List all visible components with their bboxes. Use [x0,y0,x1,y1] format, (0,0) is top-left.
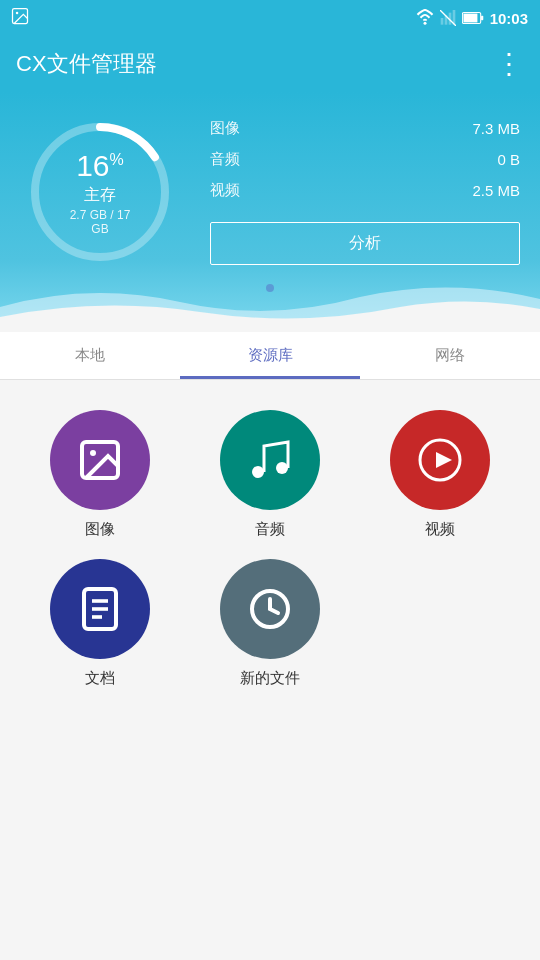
storage-row-images: 图像 7.3 MB [210,119,520,138]
tab-library[interactable]: 资源库 [180,332,360,379]
storage-size: 2.7 GB / 17 GB [60,208,140,236]
storage-percent: 16% [60,149,140,183]
category-video[interactable]: 视频 [390,410,490,539]
category-docs[interactable]: 文档 [50,559,150,688]
docs-label: 文档 [85,669,115,688]
storage-row-video: 视频 2.5 MB [210,181,520,200]
svg-rect-10 [481,16,483,20]
wave-decoration [0,277,540,332]
images-label: 图像 [85,520,115,539]
video-label: 视频 [425,520,455,539]
category-images[interactable]: 图像 [50,410,150,539]
storage-images-value: 7.3 MB [472,120,520,137]
category-audio[interactable]: 音频 [220,410,320,539]
app-header: CX文件管理器 ⋮ [0,36,540,92]
video-icon-bg [390,410,490,510]
tab-network[interactable]: 网络 [360,332,540,379]
tab-local[interactable]: 本地 [0,332,180,379]
svg-rect-9 [463,14,477,23]
docs-icon-bg [50,559,150,659]
analyze-button[interactable]: 分析 [210,222,520,265]
svg-point-1 [16,12,18,14]
storage-section: 16% 主存 2.7 GB / 17 GB 图像 7.3 MB 音频 0 B 视… [0,92,540,332]
svg-rect-3 [440,18,443,25]
tab-bar: 本地 资源库 网络 [0,332,540,380]
recent-icon-bg [220,559,320,659]
storage-label: 主存 [60,185,140,206]
storage-info: 图像 7.3 MB 音频 0 B 视频 2.5 MB 分析 [210,119,520,265]
storage-images-label: 图像 [210,119,240,138]
images-icon-bg [50,410,150,510]
recent-label: 新的文件 [240,669,300,688]
app-title: CX文件管理器 [16,49,157,79]
svg-point-2 [423,22,426,25]
status-bar: 10:03 [0,0,540,36]
category-recent[interactable]: 新的文件 [220,559,320,688]
storage-audio-value: 0 B [497,151,520,168]
storage-audio-label: 音频 [210,150,240,169]
storage-video-value: 2.5 MB [472,182,520,199]
storage-text: 16% 主存 2.7 GB / 17 GB [60,149,140,236]
category-grid: 图像 音频 视频 [0,380,540,708]
menu-button[interactable]: ⋮ [495,50,524,78]
svg-point-14 [90,450,96,456]
svg-point-16 [276,462,288,474]
status-left-icons [10,6,30,26]
status-time: 10:03 [490,10,528,27]
storage-row-audio: 音频 0 B [210,150,520,169]
svg-point-15 [252,466,264,478]
storage-video-label: 视频 [210,181,240,200]
wave-dot [266,284,274,292]
audio-icon-bg [220,410,320,510]
audio-label: 音频 [255,520,285,539]
status-right-icons: 10:03 [416,9,528,27]
storage-circle: 16% 主存 2.7 GB / 17 GB [20,112,180,272]
svg-marker-18 [436,452,452,468]
